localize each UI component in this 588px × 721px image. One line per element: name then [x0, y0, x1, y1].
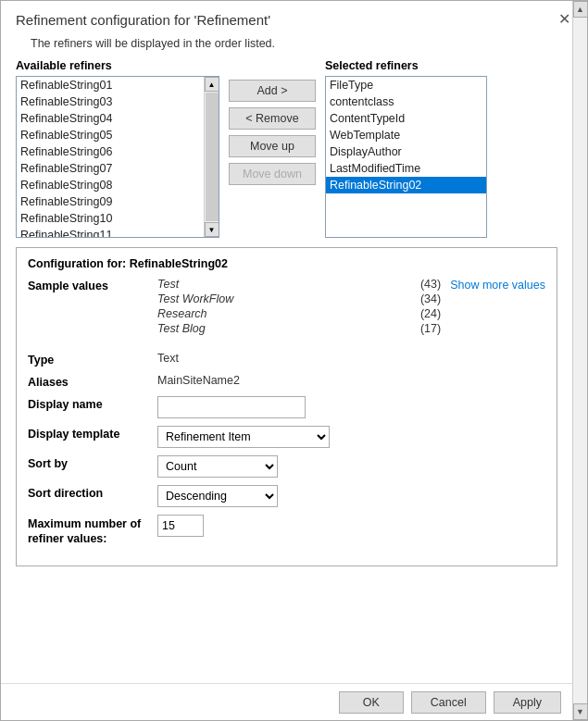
- sort-direction-label: Sort direction: [28, 485, 157, 500]
- type-row: Type Text: [28, 352, 545, 367]
- list-item[interactable]: ContentTypeId: [326, 110, 486, 127]
- add-button[interactable]: Add >: [229, 80, 316, 102]
- aliases-row: Aliases MainSiteName2: [28, 374, 545, 389]
- dialog-title: Refinement configuration for 'Refinement…: [16, 12, 270, 28]
- list-item[interactable]: RefinableString06: [17, 143, 204, 160]
- list-item[interactable]: RefinableString08: [17, 177, 204, 193]
- type-label: Type: [28, 352, 157, 367]
- sort-by-select[interactable]: Count Name: [157, 455, 278, 478]
- available-refiners-listbox[interactable]: RefinableString01 RefinableString03 Refi…: [16, 76, 219, 238]
- aliases-label: Aliases: [28, 374, 157, 389]
- list-scroll-up-icon[interactable]: ▲: [205, 77, 219, 92]
- available-refiners-col: Available refiners RefinableString01 Ref…: [16, 59, 219, 238]
- sample-count: (34): [420, 292, 441, 305]
- list-item[interactable]: FileType: [326, 77, 486, 93]
- list-item[interactable]: WebTemplate: [326, 127, 486, 143]
- config-section: Configuration for: RefinableString02 Sam…: [16, 247, 557, 566]
- sample-values-list: Test (43) Test WorkFlow (34) Research (2…: [157, 278, 441, 337]
- scroll-up-icon[interactable]: ▲: [573, 1, 588, 18]
- list-item[interactable]: RefinableString01: [17, 77, 204, 93]
- sample-name: Test WorkFlow: [157, 292, 233, 305]
- available-refiners-label: Available refiners: [16, 59, 219, 72]
- list-item[interactable]: RefinableString10: [17, 210, 204, 227]
- list-item[interactable]: RefinableString05: [17, 127, 204, 143]
- scroll-down-icon[interactable]: ▼: [573, 703, 588, 720]
- max-values-row: Maximum number ofrefiner values:: [28, 515, 545, 547]
- sample-count: (24): [420, 307, 441, 320]
- sort-by-row: Sort by Count Name: [28, 455, 545, 478]
- sort-direction-row: Sort direction Descending Ascending: [28, 485, 545, 507]
- refiners-section: Available refiners RefinableString01 Ref…: [16, 59, 557, 238]
- show-more-container: Show more values: [450, 278, 545, 337]
- move-down-button[interactable]: Move down: [229, 163, 316, 185]
- display-template-label: Display template: [28, 426, 157, 441]
- sort-by-label: Sort by: [28, 455, 157, 470]
- sample-values-row: Sample values Test (43) Test WorkFlow (3…: [28, 278, 545, 337]
- list-scroll-down-icon[interactable]: ▼: [205, 222, 219, 237]
- sample-values-label: Sample values: [28, 278, 157, 292]
- list-item-selected[interactable]: RefinableString02: [326, 177, 486, 193]
- type-value: Text: [157, 352, 179, 365]
- list-item[interactable]: RefinableString03: [17, 93, 204, 110]
- refinement-config-dialog: ▲ ▼ Refinement configuration for 'Refine…: [0, 0, 588, 721]
- max-values-label: Maximum number ofrefiner values:: [28, 515, 157, 547]
- list-item[interactable]: RefinableString07: [17, 160, 204, 177]
- display-name-input[interactable]: [157, 396, 306, 418]
- selected-refiners-col: Selected refiners FileType contentclass …: [325, 59, 487, 238]
- remove-button[interactable]: < Remove: [229, 107, 316, 130]
- display-name-row: Display name: [28, 396, 545, 418]
- sample-row: Test Blog (17): [157, 322, 441, 335]
- sample-row: Research (24): [157, 307, 441, 320]
- show-more-link[interactable]: Show more values: [450, 279, 545, 292]
- action-buttons-col: Add > < Remove Move up Move down: [219, 59, 325, 185]
- sort-direction-select[interactable]: Descending Ascending: [157, 485, 278, 507]
- sample-count: (17): [420, 322, 441, 335]
- sample-name: Test Blog: [157, 322, 206, 335]
- aliases-value: MainSiteName2: [157, 374, 240, 387]
- display-name-label: Display name: [28, 396, 157, 411]
- config-title: Configuration for: RefinableString02: [28, 257, 545, 270]
- main-content: The refiners will be displayed in the or…: [1, 33, 572, 566]
- cancel-button[interactable]: Cancel: [411, 691, 486, 714]
- sample-count: (43): [420, 278, 441, 291]
- dialog-subtitle: The refiners will be displayed in the or…: [16, 33, 557, 59]
- display-template-row: Display template Refinement Item Multi-v…: [28, 426, 545, 448]
- list-item[interactable]: contentclass: [326, 93, 486, 110]
- apply-button[interactable]: Apply: [494, 691, 561, 714]
- scrollbar[interactable]: ▲ ▼: [572, 1, 587, 720]
- list-scrollbar[interactable]: ▲ ▼: [204, 77, 219, 237]
- sample-row: Test (43): [157, 278, 441, 291]
- close-button[interactable]: ✕: [557, 12, 572, 27]
- sample-row: Test WorkFlow (34): [157, 292, 441, 305]
- list-item[interactable]: RefinableString04: [17, 110, 204, 127]
- dialog-footer: OK Cancel Apply: [1, 683, 572, 720]
- selected-refiners-label: Selected refiners: [325, 59, 487, 72]
- selected-refiners-listbox[interactable]: FileType contentclass ContentTypeId WebT…: [325, 76, 487, 238]
- move-up-button[interactable]: Move up: [229, 135, 316, 157]
- list-item[interactable]: LastModifiedTime: [326, 160, 486, 177]
- title-bar: Refinement configuration for 'Refinement…: [1, 1, 587, 33]
- sample-name: Research: [157, 307, 207, 320]
- display-template-select[interactable]: Refinement Item Multi-value Refinement I…: [157, 426, 330, 448]
- list-item[interactable]: DisplayAuthor: [326, 143, 486, 160]
- list-item[interactable]: RefinableString09: [17, 193, 204, 210]
- sample-values-container: Test (43) Test WorkFlow (34) Research (2…: [157, 278, 545, 337]
- ok-button[interactable]: OK: [339, 691, 404, 714]
- sample-name: Test: [157, 278, 179, 291]
- max-values-input[interactable]: [157, 515, 204, 537]
- list-item[interactable]: RefinableString11: [17, 227, 204, 238]
